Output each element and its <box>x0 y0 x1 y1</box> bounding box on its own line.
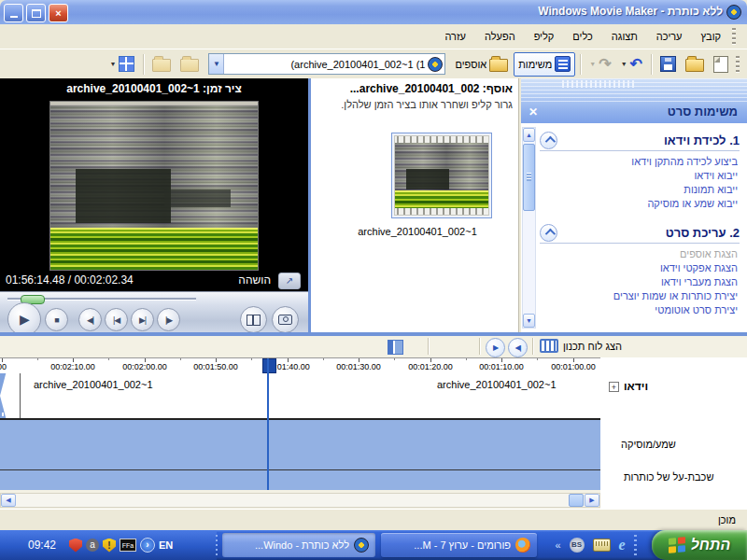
collapse-section-button[interactable] <box>540 132 557 149</box>
views-dropdown-icon[interactable]: ▼ <box>110 61 117 67</box>
undo-dropdown-icon[interactable]: ▼ <box>621 61 627 67</box>
menu-item[interactable]: כלים <box>563 27 601 46</box>
stop-button[interactable]: ■ <box>45 308 68 331</box>
task-link[interactable]: הצגת מעברי וידאו <box>540 275 740 289</box>
task-link[interactable]: ייבוא תמונות <box>540 183 740 197</box>
next-frame-button[interactable]: ▶| <box>157 308 180 331</box>
toolbar-grip-icon[interactable] <box>732 28 736 45</box>
show-storyboard-button[interactable]: הצג לוח תכנון <box>540 339 622 353</box>
tray-icons: a ! FFa › EN <box>69 538 173 553</box>
split-clip-button[interactable] <box>240 306 267 333</box>
audio-music-track[interactable] <box>0 420 600 470</box>
task-link[interactable]: הצגת אפקטי וידאו <box>540 261 740 275</box>
task-link[interactable]: ייבוא שמע או מוסיקה <box>540 197 740 211</box>
language-bar-icon[interactable]: › <box>140 538 155 553</box>
scroll-left-icon[interactable]: ◀ <box>1 494 16 507</box>
a-tray-icon[interactable]: a <box>86 539 99 552</box>
scroll-up-icon[interactable]: ▲ <box>523 128 535 142</box>
ruler-tick-label: 00:02:10.00 <box>50 362 95 371</box>
take-picture-button[interactable] <box>272 306 299 333</box>
language-indicator[interactable]: EN <box>159 539 173 551</box>
clip-thumbnail-image <box>395 143 488 208</box>
timeline-clip[interactable]: archive_20100401_002~1 <box>34 379 153 390</box>
seek-bar[interactable] <box>7 294 196 303</box>
task-link[interactable]: יצירת כותרות או שמות יוצרים <box>540 289 740 303</box>
rewind-timeline-button[interactable]: |◀ <box>508 338 528 357</box>
collapse-section-button[interactable] <box>540 224 557 242</box>
toolbar-separator <box>143 54 144 75</box>
ffa-tray-icon[interactable]: FFa <box>120 539 136 552</box>
views-button[interactable]: ▼ <box>106 52 139 77</box>
toolbar-separator <box>532 338 533 355</box>
menu-item[interactable]: הפעלה <box>475 27 525 46</box>
ruler-tick-mark <box>37 358 38 360</box>
clip-thumbnail[interactable] <box>391 133 492 218</box>
tasks-list-icon <box>555 56 571 72</box>
expand-video-track-icon[interactable]: + <box>609 382 619 392</box>
folder-up-icon <box>180 59 199 72</box>
task-link[interactable]: ייבוא וידאו <box>540 169 740 183</box>
menu-item[interactable]: עריכה <box>647 27 692 46</box>
save-project-button[interactable] <box>656 52 680 77</box>
tasks-scrollbar[interactable]: ▲ ▼ <box>522 127 536 329</box>
tasks-toggle-button[interactable]: משימות <box>514 52 575 77</box>
ruler-tick-mark <box>573 358 574 362</box>
redo-button[interactable]: ↷▼ <box>585 52 614 77</box>
video-track[interactable]: archive_20100401_002~1 archive_20100401_… <box>0 373 600 420</box>
collection-up-button[interactable] <box>176 52 203 77</box>
new-folder-icon <box>152 59 171 72</box>
antivirus-shield-icon[interactable] <box>69 539 82 553</box>
new-project-button[interactable] <box>710 52 732 77</box>
scroll-down-icon[interactable]: ▼ <box>523 314 535 328</box>
title-bar: × ללא כותרת - Windows Movie Maker <box>0 0 747 24</box>
maximize-button[interactable] <box>26 4 46 22</box>
timeline-horizontal-scrollbar[interactable]: ◀ ▶ <box>0 493 600 508</box>
previous-frame-button[interactable]: |◀ <box>78 308 102 331</box>
undo-button[interactable]: ↶▼ <box>617 52 646 77</box>
internet-explorer-icon[interactable]: e <box>619 538 626 553</box>
collections-toggle-button[interactable]: אוספים <box>451 52 512 77</box>
timeline-clip[interactable]: archive_20100401_002~1 <box>437 379 557 390</box>
close-button[interactable]: × <box>49 4 68 22</box>
bs-tray-icon[interactable]: BS <box>570 538 585 553</box>
step-back-button[interactable]: ◀| <box>105 308 128 331</box>
scroll-right-icon[interactable]: ▶ <box>585 494 599 507</box>
quick-launch: « BS e <box>542 530 650 560</box>
menu-item[interactable]: קובץ <box>692 27 730 46</box>
firefox-icon <box>515 538 530 553</box>
menu-item[interactable]: עזרה <box>435 27 474 46</box>
start-button[interactable]: התחל <box>652 530 747 560</box>
menu-item[interactable]: תצוגה <box>602 27 647 46</box>
new-collection-button[interactable] <box>148 52 175 77</box>
ruler-tick-label: 00:01:10.00 <box>479 362 524 371</box>
quick-launch-chevron-icon[interactable]: « <box>555 539 560 551</box>
keyboard-icon[interactable] <box>593 539 611 552</box>
fullscreen-popout-button[interactable]: ↗ <box>278 273 301 289</box>
update-shield-icon[interactable]: ! <box>103 539 116 553</box>
taskbar-window-firefox[interactable]: פורומים - ערוץ 7 - M... <box>381 533 537 557</box>
movie-tasks-pane: משימות סרט ✕ ▲ ▼ 1. לכידת וידאוביצוע לכי… <box>521 78 747 332</box>
step-forward-button[interactable]: |▶ <box>131 308 154 331</box>
tasks-pane-close-icon[interactable]: ✕ <box>529 106 538 118</box>
audio-levels-button[interactable] <box>388 340 403 355</box>
scrollbar-thumb[interactable] <box>569 494 584 507</box>
menu-item[interactable]: קליפ <box>525 27 564 46</box>
task-link[interactable]: ביצוע לכידה מהתקן וידאו <box>540 155 740 169</box>
system-tray: 09:42 a ! FFa › EN <box>0 530 217 560</box>
scrollbar-thumb[interactable] <box>523 144 535 211</box>
redo-dropdown-icon[interactable]: ▼ <box>589 61 596 67</box>
playhead-handle[interactable] <box>262 358 276 373</box>
collection-combobox[interactable]: ▼ (archive_20100401_002~1 (1 <box>208 53 445 75</box>
toolbar-grip-icon[interactable] <box>736 56 740 73</box>
taskbar-clock[interactable]: 09:42 <box>28 539 56 552</box>
playhead-line[interactable] <box>267 358 269 490</box>
combobox-dropdown-icon[interactable]: ▼ <box>209 54 224 74</box>
play-button[interactable]: ▶ <box>7 302 41 336</box>
open-project-button[interactable] <box>682 52 708 77</box>
taskbar-window-moviemaker[interactable]: ללא כותרת - Windo... <box>222 533 375 557</box>
task-link[interactable]: יצירת סרט אוטומטי <box>540 303 740 317</box>
minimize-button[interactable] <box>4 4 23 22</box>
split-clip-icon <box>247 315 261 326</box>
title-overlay-track[interactable] <box>0 470 600 490</box>
play-timeline-button[interactable]: ▶ <box>486 338 505 357</box>
